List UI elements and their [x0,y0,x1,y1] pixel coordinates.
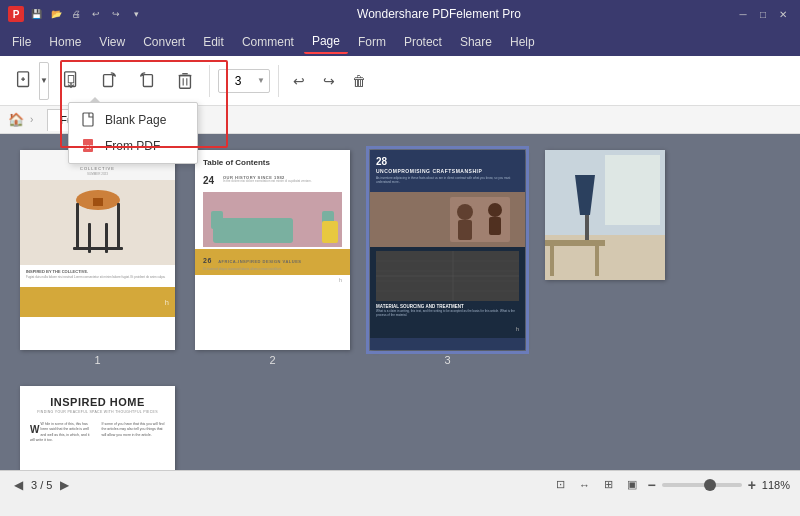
p5-header: INSPIRED HOME FINDING YOUR PEACEFUL SPAC… [20,386,175,418]
rotate-left-button[interactable] [131,62,163,100]
redo-quick-icon[interactable]: ↪ [108,7,124,21]
page-navigation: ◀ 3 / 5 ▶ [10,476,73,494]
p1-brand-subtitle: COLLECTIVE [24,166,171,171]
menu-protect[interactable]: Protect [396,31,450,53]
menu-view[interactable]: View [91,31,133,53]
customize-quick-icon[interactable]: ▾ [128,7,144,21]
page-thumb-3[interactable]: 28 UNCOMPROMISING CRAFTSMANSHIP As inven… [370,150,525,366]
fit-width-icon[interactable]: ↔ [575,476,593,494]
prev-page-button[interactable]: ◀ [10,476,27,494]
page-1-preview: COLUMBIA COLLECTIVE SUMMER 2023 [20,150,175,350]
p3-craft-image [370,192,525,247]
svg-rect-28 [458,220,472,240]
svg-rect-6 [68,75,73,82]
app-title: Wondershare PDFelement Pro [144,7,734,21]
window-controls: ─ □ ✕ [734,6,792,22]
menu-share[interactable]: Share [452,31,500,53]
p2-header: Table of Contents [195,150,350,171]
svg-rect-10 [180,75,191,88]
svg-rect-8 [104,74,113,86]
menu-comment[interactable]: Comment [234,31,302,53]
p2-title2: AFRICA-INSPIRED DESIGN VALUES [218,259,301,264]
p2-title: Table of Contents [203,158,342,167]
from-pdf-item[interactable]: PDF From PDF [69,133,197,159]
svg-point-29 [488,203,502,217]
page-1-label: 1 [94,354,100,366]
p2-image-area [203,192,342,247]
home-icon[interactable]: 🏠 [8,112,24,127]
insert-blank-page-button[interactable] [8,62,40,100]
delete-page-button[interactable] [169,62,201,100]
fit-page-icon[interactable]: ⊡ [551,476,569,494]
menu-home[interactable]: Home [41,31,89,53]
p1-text-block: INSPIRED BY THE COLLECTIVE. Fugiat duis … [20,265,175,283]
menu-file[interactable]: File [4,31,39,53]
next-page-button[interactable]: ▶ [56,476,73,494]
menu-page[interactable]: Page [304,30,348,54]
page-2-label: 2 [269,354,275,366]
p2-num1: 24 [203,175,217,186]
app-icon: P [8,6,24,22]
menu-help[interactable]: Help [502,31,543,53]
undo-button[interactable]: ↩ [287,69,311,93]
svg-text:P: P [13,9,20,20]
svg-rect-24 [73,247,123,250]
insert-dropdown-arrow[interactable]: ▼ [39,62,49,100]
page-thumb-1[interactable]: COLUMBIA COLLECTIVE SUMMER 2023 [20,150,175,366]
statusbar: ◀ 3 / 5 ▶ ⊡ ↔ ⊞ ▣ − + 118% [0,470,800,498]
p3-top: 28 UNCOMPROMISING CRAFTSMANSHIP As inven… [370,150,525,190]
p5-body: W W hile in some of this, this has been … [20,418,175,447]
undo-quick-icon[interactable]: ↩ [88,7,104,21]
svg-point-27 [457,204,473,220]
single-page-icon[interactable]: ▣ [623,476,641,494]
print-quick-icon[interactable]: 🖨 [68,7,84,21]
trash-button[interactable]: 🗑 [347,69,371,93]
titlebar-left: P 💾 📂 🖨 ↩ ↪ ▾ [8,6,144,22]
menu-edit[interactable]: Edit [195,31,232,53]
open-quick-icon[interactable]: 📂 [48,7,64,21]
blank-page-label: Blank Page [105,113,166,127]
save-quick-icon[interactable]: 💾 [28,7,44,21]
blank-page-item[interactable]: Blank Page [69,107,197,133]
p3-section-title: UNCOMPROMISING CRAFTSMANSHIP [376,168,519,174]
page-4-preview [545,150,665,280]
rotate-right-button[interactable] [93,62,125,100]
svg-rect-9 [143,74,152,86]
grid-view-icon[interactable]: ⊞ [599,476,617,494]
page-number-dropdown[interactable]: 3 ▼ [218,69,270,93]
p5-title: INSPIRED HOME [30,396,165,408]
maximize-button[interactable]: □ [754,6,772,22]
p3-bottom-section: MATERIAL SOURCING AND TREATMENT What is … [370,247,525,338]
page-number-input[interactable]: 3 [223,74,253,88]
main-content: COLUMBIA COLLECTIVE SUMMER 2023 [0,134,800,470]
close-button[interactable]: ✕ [774,6,792,22]
page-thumb-2[interactable]: Table of Contents 24 OUR HISTORY SINCE 1… [195,150,350,366]
zoom-thumb [704,479,716,491]
menu-form[interactable]: Form [350,31,394,53]
zoom-slider[interactable] [662,483,742,487]
p3-fabric-image [376,251,519,301]
p1-bottom-bar: h [20,287,175,317]
p1-section-title: INSPIRED BY THE COLLECTIVE. [26,269,169,274]
svg-rect-15 [83,113,93,126]
extract-page-button[interactable] [55,62,87,100]
redo-button[interactable]: ↪ [317,69,341,93]
zoom-out-button[interactable]: − [647,477,655,493]
svg-rect-45 [545,240,605,246]
zoom-in-button[interactable]: + [748,477,756,493]
menu-convert[interactable]: Convert [135,31,193,53]
p5-subtitle: FINDING YOUR PEACEFUL SPACE WITH THOUGHT… [30,410,165,414]
p3-body: As inventore adipiscing te these facts a… [376,176,519,184]
page-5-preview: INSPIRED HOME FINDING YOUR PEACEFUL SPAC… [20,386,175,470]
p2-yellow-block: 26 AFRICA-INSPIRED DESIGN VALUES Et eius… [195,249,350,275]
page-thumb-5[interactable]: INSPIRED HOME FINDING YOUR PEACEFUL SPAC… [20,386,175,470]
svg-rect-46 [550,246,554,276]
svg-rect-41 [605,155,660,225]
page-thumb-4[interactable] [545,150,665,366]
p1-chair-area [20,180,175,265]
p3-bottom-body: What is a claim in writing, this test, a… [376,310,519,318]
blank-page-icon [81,112,97,128]
ribbon-separator-2 [278,65,279,97]
minimize-button[interactable]: ─ [734,6,752,22]
page-3-preview: 28 UNCOMPROMISING CRAFTSMANSHIP As inven… [370,150,525,350]
